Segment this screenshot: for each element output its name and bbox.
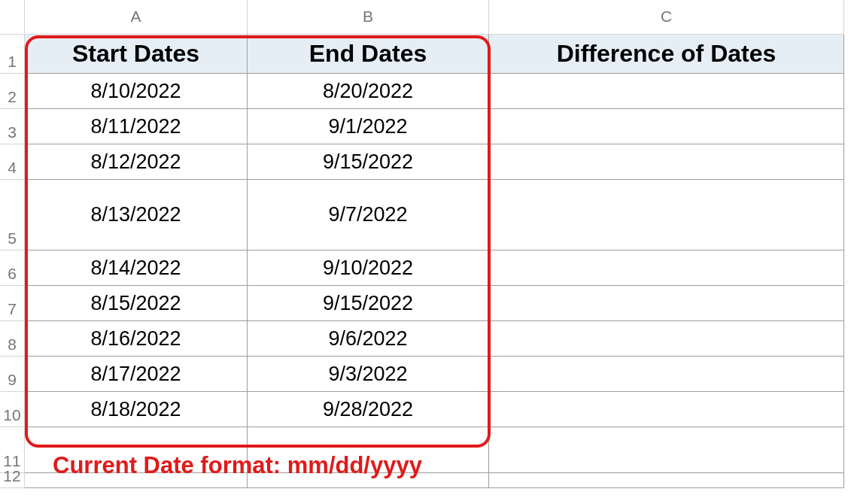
cell-b2[interactable]: 8/20/2022 <box>248 74 489 109</box>
cell-c12[interactable] <box>489 473 844 488</box>
cell-c4[interactable] <box>489 144 844 180</box>
row-header-2[interactable]: 2 <box>0 74 25 109</box>
cell-a4[interactable]: 8/12/2022 <box>25 144 248 180</box>
row-header-8[interactable]: 8 <box>0 321 25 357</box>
cell-a1[interactable]: Start Dates <box>25 35 248 74</box>
cell-b5[interactable]: 9/7/2022 <box>248 180 489 250</box>
spreadsheet-grid: A B C 1 2 3 4 5 6 7 8 9 10 11 12 Start D… <box>0 0 848 504</box>
cell-b4[interactable]: 9/15/2022 <box>248 144 489 180</box>
cell-b6[interactable]: 9/10/2022 <box>248 250 489 286</box>
cell-a8[interactable]: 8/16/2022 <box>25 321 248 357</box>
column-header-row: A B C <box>25 0 844 35</box>
row-header-6[interactable]: 6 <box>0 250 25 286</box>
cell-a3[interactable]: 8/11/2022 <box>25 109 248 144</box>
cell-c5[interactable] <box>489 180 844 250</box>
cell-c8[interactable] <box>489 321 844 357</box>
cell-c6[interactable] <box>489 250 844 286</box>
column-c: Difference of Dates <box>489 35 844 488</box>
cell-b11[interactable] <box>248 427 489 473</box>
column-header-a[interactable]: A <box>25 0 248 35</box>
cell-a9[interactable]: 8/17/2022 <box>25 357 248 392</box>
row-header-7[interactable]: 7 <box>0 286 25 321</box>
column-header-c[interactable]: C <box>489 0 844 35</box>
cell-b1[interactable]: End Dates <box>248 35 489 74</box>
cell-b7[interactable]: 9/15/2022 <box>248 286 489 321</box>
column-b: End Dates 8/20/2022 9/1/2022 9/15/2022 9… <box>248 35 489 488</box>
grid-body: 1 2 3 4 5 6 7 8 9 10 11 12 Start Dates 8… <box>0 35 844 488</box>
select-all-corner[interactable] <box>0 0 25 35</box>
cell-a2[interactable]: 8/10/2022 <box>25 74 248 109</box>
cell-b10[interactable]: 9/28/2022 <box>248 392 489 427</box>
cell-c3[interactable] <box>489 109 844 144</box>
cell-c7[interactable] <box>489 286 844 321</box>
row-header-5[interactable]: 5 <box>0 180 25 250</box>
row-header-column: 1 2 3 4 5 6 7 8 9 10 11 12 <box>0 35 25 488</box>
row-header-12[interactable]: 12 <box>0 473 25 488</box>
cell-a7[interactable]: 8/15/2022 <box>25 286 248 321</box>
cell-a11[interactable] <box>25 427 248 473</box>
row-header-1[interactable]: 1 <box>0 35 25 74</box>
cell-a6[interactable]: 8/14/2022 <box>25 250 248 286</box>
cell-b8[interactable]: 9/6/2022 <box>248 321 489 357</box>
row-header-4[interactable]: 4 <box>0 144 25 180</box>
cell-c11[interactable] <box>489 427 844 473</box>
row-header-3[interactable]: 3 <box>0 109 25 144</box>
cell-c1[interactable]: Difference of Dates <box>489 35 844 74</box>
column-header-b[interactable]: B <box>248 0 489 35</box>
cell-b12[interactable] <box>248 473 489 488</box>
cell-a12[interactable] <box>25 473 248 488</box>
cell-c10[interactable] <box>489 392 844 427</box>
cell-a10[interactable]: 8/18/2022 <box>25 392 248 427</box>
row-header-10[interactable]: 10 <box>0 392 25 427</box>
column-a: Start Dates 8/10/2022 8/11/2022 8/12/202… <box>25 35 248 488</box>
row-header-11[interactable]: 11 <box>0 427 25 473</box>
cell-b9[interactable]: 9/3/2022 <box>248 357 489 392</box>
cell-a5[interactable]: 8/13/2022 <box>25 180 248 250</box>
cell-c2[interactable] <box>489 74 844 109</box>
row-header-9[interactable]: 9 <box>0 357 25 392</box>
cell-c9[interactable] <box>489 357 844 392</box>
cell-b3[interactable]: 9/1/2022 <box>248 109 489 144</box>
